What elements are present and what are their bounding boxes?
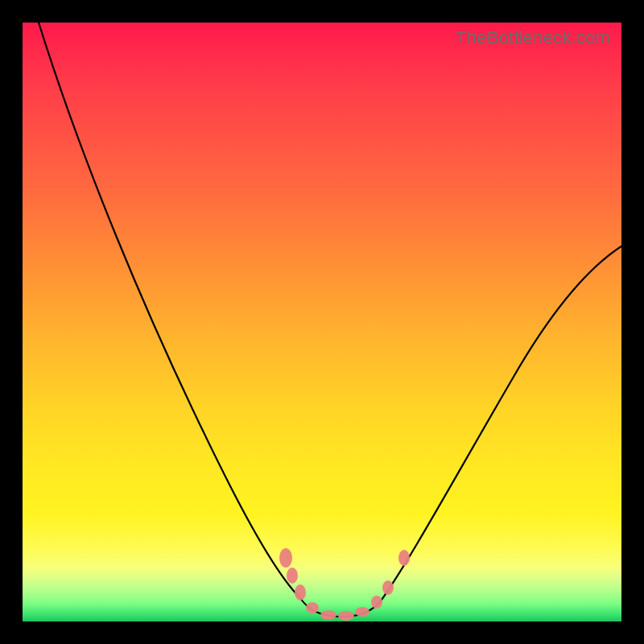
bottleneck-curve [23,23,621,621]
svg-point-6 [355,607,369,617]
curve-left-arm [39,23,300,598]
plot-area: TheBottleneck.com [23,23,621,621]
curve-markers [279,548,410,621]
svg-point-8 [382,580,394,595]
svg-point-4 [320,610,336,620]
curve-right-arm [380,246,621,602]
svg-point-5 [338,611,354,621]
svg-point-9 [398,550,410,566]
svg-point-3 [306,602,319,613]
svg-point-7 [371,596,382,609]
svg-point-0 [279,548,292,568]
svg-point-2 [295,584,306,601]
chart-frame: TheBottleneck.com [0,0,644,644]
svg-point-1 [287,568,298,584]
